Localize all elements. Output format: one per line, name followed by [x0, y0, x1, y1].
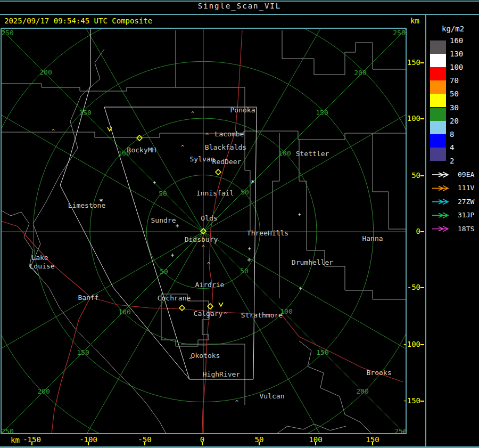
city-label: Brooks: [367, 369, 392, 377]
radar-id-label: 18TS: [458, 225, 474, 233]
color-scale-value: 100: [450, 63, 463, 71]
storm-vector-icon: [219, 303, 223, 306]
right-axis-tick-mark: [420, 62, 424, 63]
summit-marker-icon: ^: [191, 111, 194, 117]
radial-line: [54, 232, 203, 448]
range-ring-label: 50: [241, 188, 249, 196]
city-label: Banff: [78, 294, 98, 302]
city-label: Strathmore: [241, 311, 283, 319]
bottom-axis-tick-mark: [259, 442, 260, 445]
radial-line: [54, 0, 203, 232]
city-label: Lacombe: [215, 130, 244, 138]
town-marker-icon: [248, 247, 251, 250]
radar-id-row: 09EA: [432, 170, 474, 178]
radar-id-label: 31JP: [458, 211, 474, 219]
color-scale-swatch: [430, 108, 446, 121]
summit-marker-icon: ^: [235, 400, 238, 405]
color-scale-swatch: [430, 80, 446, 94]
range-ring-label: 150: [79, 109, 91, 117]
city-label: Vulcan: [260, 392, 285, 400]
city-label: Sundre: [151, 216, 176, 224]
county-boundary-line: [299, 140, 406, 299]
range-ring-label: 150: [316, 109, 328, 117]
right-axis-tick-mark: [420, 175, 424, 176]
city-label: HighRiver: [203, 370, 241, 378]
bottom-axis-tick-mark: [144, 442, 145, 445]
color-scale-value: 20: [450, 117, 459, 125]
range-ring-label: 50: [240, 267, 249, 275]
radar-id-label: 27ZW: [458, 198, 474, 206]
bottom-axis-tick-mark: [202, 442, 203, 445]
radar-id-row: 27ZW: [432, 198, 474, 206]
range-ring-label: 100: [278, 149, 291, 157]
city-label: Stettler: [296, 150, 329, 158]
right-axis-tick-mark: [420, 118, 424, 119]
highway-line: [52, 297, 90, 434]
summit-marker-icon: ^: [189, 357, 192, 363]
city-label: Innisfail: [196, 189, 234, 197]
summit-marker-icon: ^: [202, 245, 205, 250]
city-label: RockyMH: [127, 146, 156, 154]
county-boundary-line: [1, 84, 176, 91]
radial-line: [203, 83, 461, 232]
town-marker-icon: [176, 224, 179, 227]
color-scale-value: 4: [450, 143, 454, 152]
color-scale-swatch: [430, 54, 446, 67]
summit-marker-icon: ^: [224, 312, 227, 317]
color-scale-value: 2: [450, 157, 454, 165]
right-axis-tick-label: -100: [402, 340, 420, 348]
city-label: ThreeHills: [247, 229, 288, 237]
color-scale-swatch: [430, 148, 446, 161]
city-label: Okotoks: [191, 352, 220, 360]
color-scale-value: 50: [450, 89, 459, 98]
city-label: Blackfalds: [205, 143, 246, 151]
right-axis-tick-label: 150: [402, 58, 420, 67]
bottom-axis-tick-mark: [315, 442, 316, 445]
city-label: Hanna: [362, 234, 383, 242]
range-ring-label: 150: [77, 348, 89, 356]
range-ring-250km: [0, 0, 479, 448]
city-label: Lake: [31, 254, 48, 262]
color-scale-swatch: [430, 134, 446, 148]
right-axis-tick-mark: [420, 287, 424, 288]
asterisk-marker-icon: *: [251, 178, 255, 186]
range-ring-label: 50: [160, 267, 168, 275]
right-axis-tick-label: 50: [402, 171, 420, 180]
city-label: Olds: [201, 214, 217, 222]
radar-id-row: 31JP: [432, 211, 474, 219]
color-scale-swatch: [430, 67, 446, 80]
color-scale-swatch: [430, 40, 446, 54]
range-ring-label: 200: [37, 387, 49, 395]
city-label: Cochrane: [158, 294, 191, 302]
color-scale-swatch: [430, 94, 446, 107]
radar-id-label: 111V: [458, 184, 474, 192]
city-label: Drumheller: [292, 258, 333, 266]
range-ring-label: 200: [354, 69, 366, 77]
color-scale-value: 130: [450, 50, 463, 58]
summit-marker-icon: ^: [205, 133, 209, 139]
radial-line: [0, 83, 203, 232]
legend-unit-label: kg/m2: [442, 25, 464, 33]
bottom-axis-tick-mark: [88, 442, 89, 445]
radial-line: [203, 21, 414, 232]
range-ring-label: 200: [39, 68, 52, 76]
radar-id-legend: 09EA111V27ZW31JP18TS: [426, 168, 479, 238]
city-label: RedDeer: [212, 158, 242, 166]
right-axis-tick-label: 100: [402, 114, 420, 123]
county-boundary-line: [282, 30, 406, 75]
right-axis-tick-label: -50: [402, 283, 420, 291]
summit-marker-icon: ^: [207, 262, 210, 267]
color-scale-value: 30: [450, 103, 459, 112]
city-label: Louise: [30, 262, 55, 270]
right-axis-tick-mark: [420, 401, 424, 402]
storm-vector-icon: [108, 127, 112, 131]
range-ring-label: 50: [159, 190, 167, 198]
city-label: Airdrie: [195, 281, 225, 289]
radial-line: [0, 232, 203, 381]
range-ring-label: 100: [118, 308, 130, 316]
county-boundary-line: [31, 49, 166, 434]
bottom-axis-tick-mark: [372, 442, 373, 445]
radar-site-icon: [216, 169, 221, 175]
color-scale-value: 70: [450, 76, 459, 85]
county-boundary-line: [277, 424, 346, 434]
